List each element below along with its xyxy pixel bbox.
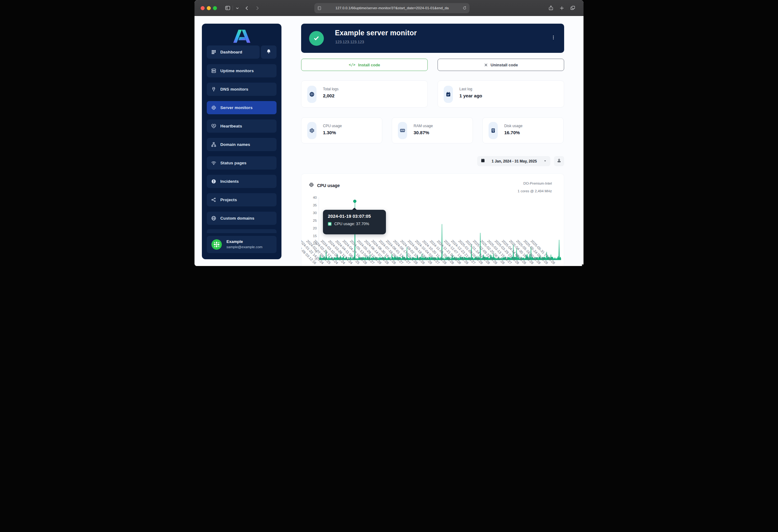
server-icon	[211, 68, 216, 73]
user-name: Example	[226, 239, 243, 244]
sidebar-item-label: Status pages	[220, 161, 246, 165]
sidebar-item-status-pages[interactable]: Status pages	[207, 156, 277, 170]
stat-card-ram-usage: RAM usage30.87%	[392, 117, 473, 144]
caret-down-icon	[543, 159, 547, 164]
calendar-icon	[481, 158, 485, 164]
sidebar-item-label: Incidents	[220, 179, 239, 184]
user-email: sample@example.com	[226, 245, 262, 249]
traffic-light-close-button[interactable]	[201, 6, 205, 10]
globe2-icon	[307, 86, 316, 103]
plug-icon	[211, 87, 216, 92]
memory-icon	[398, 122, 407, 139]
sidebar-item-dns-monitors[interactable]: DNS monitors	[207, 83, 277, 96]
sidebar-item-server-monitors[interactable]: Server monitors	[207, 101, 277, 114]
share-icon	[211, 197, 216, 202]
sidebar-item-projects[interactable]: Projects	[207, 193, 277, 206]
chart-title: CPU usage	[317, 183, 340, 188]
page-format-icon[interactable]	[317, 6, 322, 10]
chip-icon	[307, 122, 316, 139]
avatar	[211, 239, 222, 250]
traffic-light-minimize-button[interactable]	[207, 6, 211, 10]
chart-tooltip: 2024-01-19 03:07:05 CPU usage: 37.70%	[323, 210, 386, 234]
notifications-button[interactable]	[261, 46, 277, 59]
sidebar-chevron-button[interactable]	[234, 4, 241, 12]
stat-label: Total logs	[323, 87, 338, 91]
tab-overview-button[interactable]	[569, 4, 576, 12]
disk-icon	[488, 122, 498, 139]
url-fade-overlay	[449, 3, 462, 13]
address-bar[interactable]: 127.0.0.1/66uptime/server-monitor/3?&sta…	[314, 3, 469, 13]
stat-value: 16.70%	[504, 130, 520, 135]
stat-card-last-log: Last log1 year ago	[438, 81, 564, 107]
toolbar-divider	[233, 6, 233, 10]
browser-toolbar: 127.0.0.1/66uptime/server-monitor/3?&sta…	[194, 0, 584, 16]
monitor-header-card: Example server monitor 123.123.123.123	[301, 24, 564, 53]
tooltip-value: CPU usage: 37.70%	[334, 222, 369, 226]
install-code-button[interactable]: </> Install code	[301, 59, 428, 71]
sidebar-item-domain-names[interactable]: Domain names	[207, 138, 277, 151]
stat-card-cpu-usage: CPU usage1.30%	[301, 117, 382, 144]
stat-label: RAM usage	[413, 124, 433, 128]
sidebar-item-uptime-monitors[interactable]: Uptime monitors	[207, 64, 277, 77]
download-chart-button[interactable]	[554, 156, 564, 166]
sidebar-item-label: Custom domains	[220, 216, 254, 220]
sidebar-item-label: Projects	[220, 197, 237, 202]
sidebar-item-label: Uptime monitors	[220, 69, 254, 73]
share-button[interactable]	[547, 4, 555, 12]
sitemap-icon	[211, 142, 216, 147]
sidebar-item-label: DNS monitors	[220, 87, 248, 92]
sidebar-item-heartbeats[interactable]: Heartbeats	[207, 119, 277, 133]
y-axis-tick-label: 35	[302, 203, 317, 207]
server-label: DO-Premium-Intel	[518, 180, 552, 187]
monitor-ip: 123.123.123.123	[335, 40, 364, 44]
sidebar: Dashboard Uptime monitorsDNS monitorsSer…	[202, 24, 282, 259]
y-axis-tick-label: 30	[302, 211, 317, 215]
url-text: 127.0.0.1/66uptime/server-monitor/3?&sta…	[335, 6, 449, 10]
chevron-left-icon	[244, 6, 249, 11]
y-axis-tick-label: 25	[302, 219, 317, 223]
new-tab-button[interactable]	[558, 4, 565, 12]
more-options-button[interactable]	[550, 34, 557, 42]
browser-window: 127.0.0.1/66uptime/server-monitor/3?&sta…	[194, 0, 584, 266]
bell-icon	[266, 49, 271, 55]
kebab-icon	[551, 34, 556, 42]
status-ok-icon	[309, 31, 324, 46]
tooltip-series-swatch	[328, 222, 331, 226]
share-icon	[548, 5, 554, 11]
stat-value: 2,002	[323, 93, 335, 98]
sidebar-item-label: Server monitors	[220, 105, 252, 110]
chevron-down-icon	[235, 6, 239, 10]
sidebar-item-label: Domain names	[220, 142, 250, 147]
url-text-container: 127.0.0.1/66uptime/server-monitor/3?&sta…	[322, 3, 462, 13]
sidebar-item-custom-domains[interactable]: Custom domains	[207, 212, 277, 225]
download-icon	[557, 158, 561, 164]
traffic-light-zoom-button[interactable]	[213, 6, 217, 10]
forward-button[interactable]	[253, 4, 261, 12]
plus-icon	[559, 6, 564, 11]
globe-icon	[211, 215, 216, 221]
sidebar-user-card[interactable]: Example sample@example.com	[207, 236, 277, 253]
stat-card-total-logs: Total logs2,002	[301, 81, 428, 107]
sidebar-item-label: Dashboard	[220, 50, 242, 54]
y-axis-tick-label: 40	[302, 196, 317, 199]
sidebar-toggle-button[interactable]	[224, 4, 231, 12]
tooltip-timestamp: 2024-01-19 03:07:05	[328, 214, 381, 219]
sidebar-panel-icon	[225, 5, 231, 11]
chevron-right-icon	[255, 6, 260, 11]
sidebar-item-dashboard[interactable]: Dashboard	[207, 46, 260, 59]
tabs-icon	[570, 5, 575, 11]
cpu-icon	[211, 105, 216, 110]
stat-label: CPU usage	[323, 124, 342, 128]
app-logo	[202, 28, 282, 44]
sidebar-item-incidents[interactable]: Incidents	[207, 175, 277, 188]
sidebar-item-label: Heartbeats	[220, 124, 242, 128]
stat-value: 1 year ago	[459, 93, 482, 98]
sidebar-item-partial[interactable]	[207, 229, 277, 233]
x-icon	[484, 63, 488, 67]
back-button[interactable]	[243, 4, 250, 12]
date-range-picker[interactable]: 1 Jan, 2024 - 31 May, 2025	[477, 156, 550, 166]
uninstall-code-button[interactable]: Uninstall code	[438, 59, 564, 71]
hovered-point-marker[interactable]	[354, 200, 356, 203]
reload-icon[interactable]	[462, 6, 467, 10]
calcheck-icon	[444, 86, 453, 103]
